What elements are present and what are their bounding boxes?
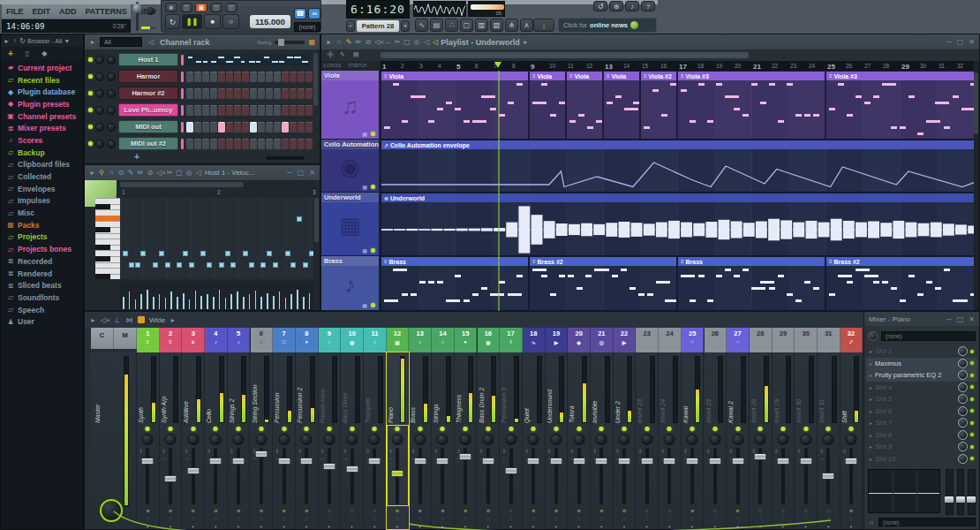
pl-mute-icon[interactable]: ◁× <box>374 38 381 46</box>
strip-fader-handle[interactable] <box>686 458 699 465</box>
browser-item-recorded[interactable]: ≣Recorded <box>1 255 83 268</box>
strip-led[interactable] <box>599 427 604 431</box>
pl-select-icon[interactable]: ▢ <box>403 38 411 46</box>
mixer-strip-percussion-3[interactable]: Percussion 3⇕⇔¤○▪▲ <box>500 352 523 529</box>
channel-pan-knob[interactable] <box>95 72 104 81</box>
channel-mute-indicator[interactable] <box>181 139 184 149</box>
channel-mute-indicator[interactable] <box>181 105 184 116</box>
pr-zoom-icon[interactable]: ◎ <box>185 169 192 177</box>
undo-icon[interactable]: ↺ <box>593 1 607 11</box>
step-cell[interactable] <box>186 139 193 149</box>
tempo-display[interactable]: 115.000 <box>250 15 290 28</box>
strip-pan-knob[interactable] <box>323 434 335 445</box>
pr-playback-icon[interactable]: ◁ <box>195 169 202 177</box>
shuffle-slider-handle[interactable] <box>132 4 142 13</box>
strip-fader-track[interactable] <box>645 448 649 504</box>
blend-record-icon[interactable]: ▣ <box>195 3 207 12</box>
browser-item-backup[interactable]: ▱Backup <box>1 147 83 159</box>
step-cell[interactable] <box>210 139 217 149</box>
strip-pan-knob[interactable] <box>369 434 381 445</box>
channel-led[interactable] <box>88 125 93 129</box>
pr-delete-icon[interactable]: ⊘ <box>147 169 154 177</box>
mixer-channel-header-20[interactable]: 20◆ <box>568 328 591 352</box>
strip-fader-handle[interactable] <box>459 453 472 460</box>
step-cell[interactable] <box>194 122 201 132</box>
step-cell[interactable] <box>250 72 257 82</box>
playhead-marker[interactable] <box>494 62 501 68</box>
step-cell[interactable] <box>290 139 297 149</box>
pl-v-scrollbar[interactable] <box>974 72 978 134</box>
pr-note[interactable] <box>165 262 170 268</box>
mixer-channel-header-19[interactable]: 19▶ <box>546 328 569 352</box>
channel-led[interactable] <box>88 91 93 95</box>
step-cell[interactable] <box>242 122 249 132</box>
strip-fader-track[interactable] <box>554 448 558 504</box>
step-cell[interactable] <box>282 139 289 149</box>
step-cell[interactable] <box>258 88 265 99</box>
step-cell[interactable] <box>242 105 249 116</box>
browser-item-collected[interactable]: ▱Collected <box>1 170 83 183</box>
browser-item-current-project[interactable]: ▰Current project <box>1 62 83 74</box>
pr-note[interactable] <box>249 262 254 268</box>
mixer-channel-header-14[interactable]: 14♪ <box>432 328 455 352</box>
browser-item-misc[interactable]: ▱Misc <box>1 207 83 219</box>
playlist-track-header-cello-automation[interactable]: Cello Automation◉▦ <box>321 140 379 193</box>
strip-led[interactable] <box>735 427 740 431</box>
pr-note[interactable] <box>243 251 248 256</box>
back-icon[interactable]: ▸ <box>4 37 10 45</box>
channel-pan-knob[interactable] <box>95 89 104 98</box>
fx-slot-knob[interactable] <box>958 359 968 368</box>
step-cell[interactable] <box>298 122 305 132</box>
strip-fader-handle[interactable] <box>481 458 494 465</box>
strip-fader-track[interactable] <box>577 448 581 504</box>
step-cell[interactable] <box>242 88 249 99</box>
master-volume-knob[interactable] <box>147 7 155 15</box>
strip-fader-track[interactable] <box>373 448 376 504</box>
pr-note[interactable] <box>183 251 188 256</box>
mixer-strip-undersound[interactable]: Undersound⇕⇔¤○▪▲ <box>546 352 569 529</box>
strip-fader-track[interactable] <box>509 448 513 504</box>
black-key[interactable] <box>95 256 110 261</box>
pl-record-icon[interactable]: ∩ <box>335 38 343 46</box>
strip-led[interactable] <box>146 427 150 431</box>
step-cell[interactable] <box>234 139 241 149</box>
loop-record-mode-button[interactable]: ↻ <box>165 14 180 29</box>
fx-slot-2[interactable]: ▸Maximus <box>866 358 977 370</box>
channel-button[interactable]: MIDI out #2 <box>118 137 178 150</box>
mixer-strip-insert-30[interactable]: Insert 30⇕⇔¤○▪▲ <box>795 352 818 529</box>
browser-item-clipboard-files[interactable]: ▱Clipboard files <box>1 159 83 171</box>
strip-led[interactable] <box>667 427 672 431</box>
clip-underworld[interactable]: ≋Underworld <box>381 193 974 256</box>
step-cell[interactable] <box>210 72 217 82</box>
strip-fader-handle[interactable] <box>322 463 335 470</box>
channel-led[interactable] <box>88 57 93 62</box>
strip-fader-track[interactable] <box>351 448 354 504</box>
mixer-strip-insert-29[interactable]: Insert 29⇕⇔¤○▪▲ <box>773 352 795 529</box>
step-cell[interactable] <box>210 88 217 99</box>
pr-keyboard[interactable] <box>95 198 120 279</box>
strip-fader-handle[interactable] <box>618 458 631 465</box>
mixer-strip-under-2[interactable]: Under 2⇕⇔¤○▪▲ <box>614 352 637 529</box>
fx-slot-led[interactable] <box>970 374 974 377</box>
step-cell[interactable] <box>274 139 281 149</box>
strip-led[interactable] <box>849 427 854 431</box>
browser-item-soundfonts[interactable]: ▱Soundfonts <box>1 292 83 304</box>
channel-volume-knob[interactable] <box>107 72 116 81</box>
strip-pan-knob[interactable] <box>460 434 471 445</box>
pr-h-scrollbar[interactable] <box>120 182 244 187</box>
mixer-channel-header-11[interactable]: 11♪ <box>364 328 387 352</box>
pr-note[interactable] <box>140 251 146 256</box>
strip-led[interactable] <box>509 427 513 431</box>
strip-fader-handle[interactable] <box>845 458 858 465</box>
mixer-channel-header-22[interactable]: 22▶ <box>614 328 637 352</box>
pl-minimize-icon[interactable]: ─ <box>946 38 952 46</box>
pr-note[interactable] <box>273 262 278 268</box>
news-bar[interactable]: Click for online news <box>558 18 657 33</box>
fx-slot-9[interactable]: ▸Slot 9 <box>866 441 977 453</box>
strip-pan-knob[interactable] <box>482 434 494 445</box>
step-cell[interactable] <box>274 72 281 82</box>
rack-grid-icon[interactable]: ▦ <box>308 38 315 46</box>
mixer-channel-header-17[interactable]: 17I <box>500 328 523 352</box>
track-enable-led[interactable] <box>371 303 375 307</box>
record-button[interactable]: ○ <box>222 14 239 29</box>
